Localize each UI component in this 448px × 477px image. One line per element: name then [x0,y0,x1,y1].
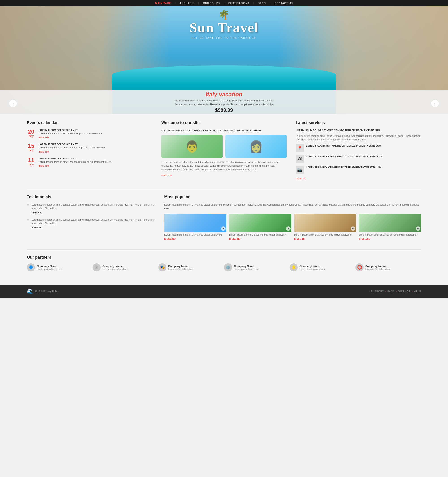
event-date-3: 11 may [27,157,35,166]
zoom-icon-4[interactable]: ⊕ [416,227,420,231]
main-nav: MAIN PAGE | ABOUT US | OUR TOURS | DESTI… [0,0,448,6]
hero-section: 🌴 Sun Travel LET US TAKE YOU TO THE PARA… [0,6,448,114]
nav-contact-us[interactable]: CONTACT US [271,0,297,6]
footer-faqs[interactable]: FAQS [387,290,395,293]
footer-sitemap[interactable]: SITEMAP [398,290,410,293]
quote-icon-2: " [27,218,29,229]
partner-icon-2: 🐘 [93,263,101,271]
event-date-1: 20 may [27,129,35,138]
partner-icon-6: ⭕ [355,263,364,271]
testimonial-2: " Lorem ipsum dolor sit amet, consec tet… [27,218,155,229]
event-date-2: 15 may [27,143,35,152]
popular-card-4: ⊕ Lorem ipsum dolor sit amet, consec tet… [359,214,421,240]
content-row-1: Events calendar 20 may LOREM IPSUM DOLOR… [27,120,421,180]
partner-6: ⭕ Company Name Lorem ipsum dolor sit am [355,263,421,271]
events-section: Events calendar 20 may LOREM IPSUM DOLOR… [27,120,152,180]
nav-destinations[interactable]: DESTINATIONS [224,0,253,6]
section-divider-1 [27,189,421,189]
event-more-3[interactable]: more info [39,164,49,167]
partner-icon-4: ⚙️ [224,263,232,271]
event-item-3: 11 may LOREM IPSUM DOLOR SIT AMET Lorem … [27,157,152,167]
welcome-more[interactable]: more info [161,174,172,176]
testimonials-section: Testimonials " Lorem ipsum dolor sit ame… [27,195,155,240]
nav-about-us[interactable]: ABOUT US [176,0,198,6]
main-content: Events calendar 20 may LOREM IPSUM DOLOR… [0,114,448,285]
partner-1: 🔷 Company Name Lorem ipsum dolor sit am [27,263,93,271]
footer-help[interactable]: HELP [414,290,421,293]
event-info-2: LOREM IPSUM DOLOR SIT AMET Lorem ipsum d… [39,143,106,153]
popular-img-1: ⊕ [164,214,227,232]
slide-title: Italy vacation [206,91,243,98]
event-info-1: LOREM IPSUM DOLOR SIT AMET Lorem ipsum d… [39,129,103,139]
service-text-1: LOREM IPSUM DR SIT AMETNSEC TEER ADIPISC… [306,144,382,148]
partners-title: Our partners [27,255,421,260]
partner-info-4: Company Name Lorem ipsum dolor sit am [234,265,259,270]
partner-3: 🎭 Company Name Lorem ipsum dolor sit am [158,263,224,271]
welcome-photos: 👨 👩 [161,135,287,158]
service-icon-3: 📷 [296,166,304,174]
footer-copyright: 2013 © Privacy Policy [35,290,59,293]
footer-sep-2: • [396,291,397,292]
service-item-1: 📍 LOREM IPSUM DR SIT AMETNSEC TEER ADIPI… [296,144,421,152]
nav-blog[interactable]: BLOG [254,0,270,6]
site-title: Sun Travel [190,20,259,36]
testimonial-1: " Lorem ipsum dolor sit amet, consec tet… [27,203,155,214]
hero-logo: 🌴 Sun Travel LET US TAKE YOU TO THE PARA… [190,10,259,39]
zoom-icon-2[interactable]: ⊕ [286,227,291,231]
popular-section: Most popular Lorem ipsum dolor sit amet,… [164,195,421,240]
partner-info-5: Company Name Lorem ipsum dolor sit am [299,265,325,270]
service-text-2: LOREM IPSUM DOLOR SIT TNSEC TEER ADIPISC… [306,155,383,158]
event-more-2[interactable]: more info [39,150,49,153]
event-more-1[interactable]: more info [39,136,49,139]
content-row-2: Testimonials " Lorem ipsum dolor sit ame… [27,195,421,240]
slide-next-button[interactable]: › [431,99,439,107]
nav-our-tours[interactable]: OUR TOURS [199,0,224,6]
slide-prev-button[interactable]: ‹ [9,99,17,107]
welcome-section: Welcome to our site! LOREM IPSUM DOLOR S… [161,120,287,180]
services-more[interactable]: more info [296,177,306,180]
service-item-3: 📷 LOREM IPSUM DOLOR METNSEC TEER ADIPISC… [296,166,421,174]
partner-info-1: Company Name Lorem ipsum dolor sit am [37,265,62,270]
popular-intro: Lorem ipsum dolor sit amet, consec tetue… [164,203,421,210]
zoom-icon-1[interactable]: ⊕ [221,227,226,231]
testimonial-content-2: Lorem ipsum dolor sit amet, consec tetue… [32,218,155,229]
male-person-icon: 👨 [185,140,199,153]
welcome-intro: LOREM IPSUM DOLOR SIT AMET. CONSEC TEER … [161,129,287,133]
testimonials-title: Testimonials [27,195,155,199]
footer: 🌊 2013 © Privacy Policy SUPPORT • FAQS •… [0,285,448,298]
event-item-2: 15 may LOREM IPSUM DOLOR SIT AMET Lorem … [27,143,152,153]
photo-male: 👨 [161,135,223,158]
partner-5: 🌟 Company Name Lorem ipsum dolor sit am [290,263,355,271]
popular-grid: ⊕ Lorem ipsum dolor sit amet, consec tet… [164,214,421,240]
partner-icon-1: 🔷 [27,263,35,271]
service-icon-2: 🏙 [296,155,304,163]
partner-2: 🐘 Company Name Lorem ipsum dolor sit am [93,263,158,271]
quote-icon-1: " [27,203,29,214]
popular-img-4: ⊕ [359,214,421,232]
footer-logo-icon: 🌊 [27,288,33,294]
service-text-3: LOREM IPSUM DOLOR METNSEC TEER ADIPISCEN… [306,166,382,169]
popular-card-1: ⊕ Lorem ipsum dolor sit amet, consec tet… [164,214,227,240]
footer-support[interactable]: SUPPORT [370,290,384,293]
partner-4: ⚙️ Company Name Lorem ipsum dolor sit am [224,263,290,271]
services-title: Latest services [296,120,421,125]
testimonial-content-1: Lorem ipsum dolor sit amet, consec tetue… [32,203,155,214]
footer-links: SUPPORT • FAQS • SITEMAP • HELP [370,290,421,293]
services-section: Latest services LOREM IPSUM DOLOR SIT AM… [296,120,421,180]
partner-info-2: Company Name Lorem ipsum dolor sit am [102,265,127,270]
section-divider-2 [27,250,421,250]
slide-text: Lorem ipsum dolor sit amet, conc tetur a… [174,99,274,107]
events-title: Events calendar [27,120,152,125]
partners-row: 🔷 Company Name Lorem ipsum dolor sit am … [27,263,421,271]
service-icon-1: 📍 [296,144,304,152]
nav-main-page[interactable]: MAIN PAGE [151,0,175,6]
services-body: Lorem ipsum dolor sit amet, conc tetur a… [296,134,421,142]
zoom-icon-3[interactable]: ⊕ [351,227,355,231]
site-tagline: LET US TAKE YOU TO THE PARADISE [190,36,259,39]
popular-title: Most popular [164,195,421,199]
partners-section: Our partners 🔷 Company Name Lorem ipsum … [27,255,421,271]
footer-logo: 🌊 2013 © Privacy Policy [27,288,59,294]
event-info-3: LOREM IPSUM DOLOR SIT AMET Lorem ipsum d… [39,157,112,167]
popular-img-3: ⊕ [294,214,356,232]
welcome-body: Lorem ipsum dolor sit amet, conc tetur a… [161,160,287,172]
